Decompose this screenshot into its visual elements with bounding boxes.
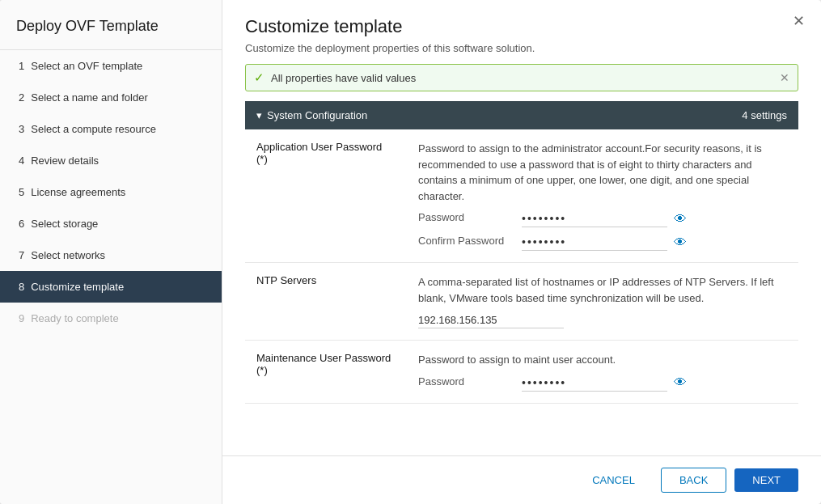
main-header: Customize template Customize the deploym… bbox=[222, 0, 821, 64]
step-number: 1 bbox=[19, 60, 24, 72]
eye-icon[interactable]: 👁 bbox=[674, 235, 687, 250]
table-row: NTP ServersA comma-separated list of hos… bbox=[245, 263, 798, 341]
sidebar-item-8[interactable]: 8Customize template bbox=[0, 271, 222, 303]
deploy-ovf-dialog: Deploy OVF Template 1Select an OVF templ… bbox=[0, 0, 821, 504]
table-header-row: ▾ System Configuration 4 settings bbox=[245, 101, 798, 129]
sidebar-item-1[interactable]: 1Select an OVF template bbox=[0, 50, 222, 82]
step-number: 3 bbox=[19, 123, 24, 135]
alert-close-button[interactable]: ✕ bbox=[780, 71, 789, 84]
config-table: ▾ System Configuration 4 settings Applic… bbox=[245, 101, 798, 404]
page-subtitle: Customize the deployment properties of t… bbox=[245, 42, 798, 54]
step-label: Select an OVF template bbox=[31, 60, 142, 72]
step-label: License agreements bbox=[31, 186, 125, 198]
password-input-0-1[interactable] bbox=[522, 234, 667, 251]
input-label-0-0: Password bbox=[418, 211, 515, 223]
step-label: Customize template bbox=[31, 281, 124, 293]
step-label: Review details bbox=[31, 155, 99, 167]
field-name-0: Application User Password (*) bbox=[245, 129, 407, 263]
footer: CANCEL BACK NEXT bbox=[222, 455, 821, 504]
table-row: Maintenance User Password (*)Password to… bbox=[245, 341, 798, 404]
back-button[interactable]: BACK bbox=[661, 468, 726, 493]
text-input-row-1-0 bbox=[418, 312, 787, 328]
cancel-button[interactable]: CANCEL bbox=[574, 468, 653, 492]
alert-banner: ✓ All properties have valid values ✕ bbox=[245, 64, 798, 91]
sidebar-item-7[interactable]: 7Select networks bbox=[0, 239, 222, 271]
step-label: Select storage bbox=[31, 218, 98, 230]
next-button[interactable]: NEXT bbox=[734, 468, 798, 492]
field-name-1: NTP Servers bbox=[245, 263, 407, 341]
sidebar-item-4[interactable]: 4Review details bbox=[0, 145, 222, 176]
section-label: System Configuration bbox=[267, 109, 367, 121]
sidebar-item-5[interactable]: 5License agreements bbox=[0, 176, 222, 208]
section-toggle[interactable]: ▾ System Configuration bbox=[256, 109, 367, 121]
table-header-cell: ▾ System Configuration 4 settings bbox=[245, 101, 798, 129]
field-content-2: Password to assign to maint user account… bbox=[407, 341, 798, 404]
step-label: Select a name and folder bbox=[31, 91, 148, 104]
close-button[interactable]: ✕ bbox=[789, 11, 808, 31]
input-row-0-1: Confirm Password👁 bbox=[418, 234, 787, 251]
step-label: Ready to complete bbox=[31, 312, 118, 324]
sidebar-item-2[interactable]: 2Select a name and folder bbox=[0, 82, 222, 113]
field-content-0: Password to assign to the administrator … bbox=[407, 129, 798, 263]
input-label-0-1: Confirm Password bbox=[418, 235, 515, 247]
eye-icon[interactable]: 👁 bbox=[674, 212, 687, 227]
text-input-1-0[interactable] bbox=[418, 312, 564, 328]
chevron-down-icon: ▾ bbox=[256, 109, 262, 121]
config-table-container: ▾ System Configuration 4 settings Applic… bbox=[245, 101, 798, 455]
input-row-0-0: Password👁 bbox=[418, 210, 787, 227]
input-label-2-0: Password bbox=[418, 375, 515, 388]
main-content: ✕ Customize template Customize the deplo… bbox=[222, 0, 821, 504]
field-content-1: A comma-separated list of hostnames or I… bbox=[407, 263, 798, 341]
step-number: 8 bbox=[19, 281, 24, 293]
sidebar-item-6[interactable]: 6Select storage bbox=[0, 208, 222, 239]
page-title: Customize template bbox=[245, 16, 798, 37]
settings-count: 4 settings bbox=[742, 109, 787, 121]
step-label: Select networks bbox=[31, 249, 105, 261]
field-desc-2: Password to assign to maint user account… bbox=[418, 352, 787, 368]
step-number: 4 bbox=[19, 155, 24, 167]
step-number: 7 bbox=[19, 249, 24, 261]
field-desc-1: A comma-separated list of hostnames or I… bbox=[418, 274, 787, 306]
eye-icon[interactable]: 👁 bbox=[674, 375, 687, 390]
sidebar-item-3[interactable]: 3Select a compute resource bbox=[0, 113, 222, 145]
sidebar: Deploy OVF Template 1Select an OVF templ… bbox=[0, 0, 222, 504]
sidebar-title: Deploy OVF Template bbox=[0, 0, 222, 50]
field-desc-0: Password to assign to the administrator … bbox=[418, 141, 787, 204]
step-label: Select a compute resource bbox=[31, 123, 156, 135]
step-number: 6 bbox=[19, 218, 24, 230]
sidebar-item-9: 9Ready to complete bbox=[0, 303, 222, 334]
step-number: 9 bbox=[19, 312, 24, 324]
password-input-0-0[interactable] bbox=[522, 210, 667, 227]
alert-text: All properties have valid values bbox=[271, 72, 416, 84]
field-name-2: Maintenance User Password (*) bbox=[245, 341, 407, 404]
step-number: 2 bbox=[19, 91, 24, 104]
step-number: 5 bbox=[19, 186, 24, 198]
check-icon: ✓ bbox=[254, 70, 264, 85]
password-input-2-0[interactable] bbox=[522, 375, 667, 392]
table-row: Application User Password (*)Password to… bbox=[245, 129, 798, 263]
input-row-2-0: Password👁 bbox=[418, 375, 787, 392]
